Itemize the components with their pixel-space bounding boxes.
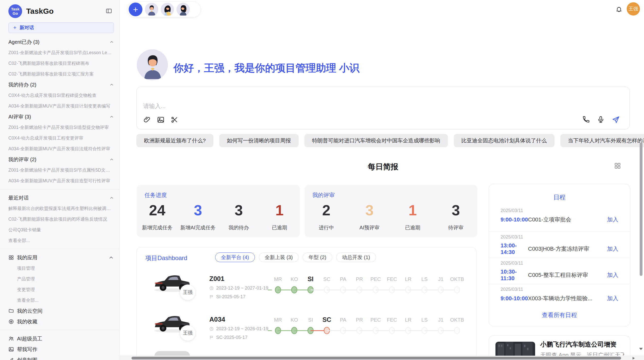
- milestone-label: LR: [400, 317, 416, 323]
- image-icon[interactable]: [157, 116, 165, 124]
- schedule-title: 日程: [489, 193, 630, 201]
- sidebar-item[interactable]: Z001-全新燃油轻卡产品开发项目SI节点属性5D文件评审: [8, 165, 114, 175]
- sidebar-item[interactable]: A034-全新新能源MUV产品开发项目造型可行性评审: [8, 175, 114, 186]
- avatar-man[interactable]: [145, 3, 158, 16]
- sidebar-item[interactable]: A034-全新新能源MUV产品开发项目计划变更表编写: [8, 101, 114, 111]
- phone-icon[interactable]: [582, 116, 590, 123]
- news-title: 小鹏飞行汽车制造公司增资: [540, 340, 617, 349]
- sidebar-section-header-1[interactable]: 我的待办 (2): [8, 79, 114, 90]
- schedule-item[interactable]: 2025/03/119:00-10:00C001-立项审批会加入: [489, 205, 630, 232]
- milestone: LS: [416, 317, 433, 340]
- notification-bell-icon[interactable]: [616, 6, 622, 13]
- avatar-woman-yellow[interactable]: [161, 3, 174, 16]
- sidebar-row[interactable]: 我的云空间: [8, 306, 114, 316]
- app-logo: Task Go: [8, 4, 22, 18]
- stat-label: 已逾期: [259, 224, 300, 231]
- sidebar-section-header-3[interactable]: 我的评审 (2): [8, 154, 114, 165]
- sidebar-item[interactable]: Z001-全新燃油皮卡产品开发项目SI节点Lesson Learn报告: [8, 47, 114, 58]
- milestone: LR: [400, 276, 416, 299]
- sidebar-item[interactable]: C0X4-动力总成开发项目SI里程碑提交物检查: [8, 90, 114, 101]
- scroll-down-arrow-icon[interactable]: [639, 348, 643, 350]
- contact-pill: +: [127, 1, 201, 18]
- horizontal-scrollbar-thumb[interactable]: [131, 357, 621, 359]
- event-time: 13:00-14:30: [501, 242, 528, 256]
- dashboard-filter[interactable]: 年型 (2): [303, 252, 332, 262]
- sidebar-collapse-icon[interactable]: [105, 8, 112, 14]
- flag-icon: [209, 335, 214, 340]
- pen-icon: [8, 357, 14, 360]
- dashboard-filter[interactable]: 全新上装 (3): [259, 252, 299, 262]
- sidebar-item[interactable]: C0X4-动力总成开发项目工程变更评审: [8, 133, 114, 143]
- new-chat-label: 新对话: [20, 24, 34, 31]
- milestone: FEC: [384, 317, 400, 340]
- recent-chat-item[interactable]: 公司Q3轻卡销量: [8, 224, 114, 235]
- suggestion-chip[interactable]: 如何写一份清晰的项目周报: [219, 134, 299, 147]
- sidebar-item[interactable]: Z001-全新燃油轻卡产品开发项目SI造型提交物评审: [8, 122, 114, 133]
- sidebar-tool[interactable]: 帮我写作: [8, 344, 114, 355]
- join-meeting-link[interactable]: 加入: [607, 295, 618, 302]
- sidebar-section-header-0[interactable]: Agent已办 (3): [8, 37, 114, 47]
- recent-chats-header[interactable]: 最近对话: [8, 192, 114, 203]
- recent-chat-item[interactable]: C02-飞腾新能源轻客改款项目的闭环通告反馈情况: [8, 214, 114, 224]
- greeting-text: 你好，王强，我是你的项目管理助理 小识: [173, 61, 359, 75]
- stat: 2进行中: [305, 200, 348, 237]
- chat-input[interactable]: [143, 103, 448, 110]
- milestone-track: MRKOSISCPAPRPECFECLRLSJ1OKTB: [270, 317, 465, 340]
- app-sub-item[interactable]: 变更管理: [8, 284, 114, 295]
- schedule-item[interactable]: 2025/03/1110:30-11:30C005-整车工程目标评审加入: [489, 258, 630, 284]
- paperclip-icon[interactable]: [143, 116, 151, 124]
- app-sub-item[interactable]: 查看全部...: [8, 295, 114, 306]
- recent-chat-item[interactable]: 查看全部...: [8, 235, 114, 246]
- stat: 3新增AI完成任务: [178, 200, 218, 237]
- suggestion-chip[interactable]: 特朗普可能对进口汽车增税会对中国车企造成哪些影响: [304, 134, 448, 147]
- view-all-schedule-link[interactable]: 查看所有日程: [489, 311, 630, 319]
- recent-chat-item[interactable]: 解释最新出台的欧盟报废车法规再生塑料比例被调至15%...: [8, 203, 114, 214]
- join-meeting-link[interactable]: 加入: [607, 216, 618, 223]
- suggestion-chip[interactable]: 比亚迪全固态电池计划具体说了什么: [454, 134, 554, 147]
- suggestion-chip[interactable]: 欧洲新规最近颁布了什么?: [136, 134, 213, 147]
- milestone-track: MRKOSISCPAPRPECFECLRLSJ1OKTB: [270, 276, 465, 299]
- user-avatar[interactable]: 王强: [627, 2, 640, 16]
- briefing-layout-icon[interactable]: [614, 162, 621, 169]
- vertical-scrollbar-thumb[interactable]: [640, 142, 642, 276]
- microphone-icon[interactable]: [597, 116, 605, 123]
- milestone-label: SC: [319, 316, 335, 323]
- stat-value: 1: [391, 202, 434, 219]
- milestone-label: MR: [270, 276, 286, 282]
- milestone-label: J1: [433, 276, 449, 282]
- sidebar-nav: Agent已办 (3)Z001-全新燃油皮卡产品开发项目SI节点Lesson L…: [8, 37, 114, 360]
- milestone-label: PA: [335, 317, 351, 323]
- sidebar-item[interactable]: A034-全新新能源MUV产品开发项目法规符合性评审: [8, 143, 114, 154]
- project-row[interactable]: 王强A0342023-12-19 ~ 2026-01-19SC-2025-05-…: [137, 310, 476, 348]
- dashboard-filter[interactable]: 全新平台 (4): [215, 252, 255, 262]
- schedule-item[interactable]: 2025/03/119:00-10:00X003-车辆动力学性能验...加入: [489, 284, 630, 310]
- my-apps-header[interactable]: 我的应用: [8, 252, 114, 263]
- join-meeting-link[interactable]: 加入: [607, 245, 618, 253]
- section-label: 我的评审 (2): [8, 156, 36, 163]
- milestone: PEC: [368, 276, 384, 299]
- sidebar-section-header-2[interactable]: AI评审 (3): [8, 111, 114, 122]
- avatar-woman-dark[interactable]: [177, 3, 190, 16]
- project-next-milestone: SI-2025-05-17: [209, 294, 245, 299]
- sidebar-item[interactable]: C02-飞腾新能源轻客改款项目里程碑画布: [8, 58, 114, 69]
- scroll-right-arrow-icon[interactable]: [633, 357, 635, 359]
- project-row[interactable]: 王强Z0012023-12-19 ~ 2027-01-19SI-2025-05-…: [137, 269, 476, 307]
- join-meeting-link[interactable]: 加入: [607, 271, 618, 279]
- sidebar-tool[interactable]: 创意制图: [8, 355, 114, 360]
- add-contact-button[interactable]: +: [129, 3, 142, 16]
- scissors-icon[interactable]: [171, 116, 178, 124]
- app-sub-item[interactable]: 项目管理: [8, 263, 114, 274]
- milestone: SC: [319, 276, 335, 299]
- app-sub-item[interactable]: 产品管理: [8, 274, 114, 284]
- send-icon[interactable]: [612, 115, 620, 124]
- new-chat-button[interactable]: + 新对话: [8, 22, 114, 33]
- dashboard-filter[interactable]: 动总开发 (1): [336, 252, 376, 262]
- schedule-item[interactable]: 2025/03/1113:00-14:30C003|H0B-方案冻结评审加入: [489, 232, 630, 258]
- stat: 24新增完成任务: [137, 200, 178, 237]
- sidebar-tool[interactable]: AI超级员工: [8, 333, 114, 344]
- milestone-dot: [454, 287, 460, 293]
- sidebar-item[interactable]: C02-飞腾新能源轻客改款项目立项汇报方案: [8, 69, 114, 79]
- suggestion-chip[interactable]: 当下年轻人对汽车外观有怎样的喜好趋势: [560, 134, 644, 147]
- sidebar-row[interactable]: 我的收藏: [8, 316, 114, 327]
- milestone-label: FEC: [384, 276, 400, 282]
